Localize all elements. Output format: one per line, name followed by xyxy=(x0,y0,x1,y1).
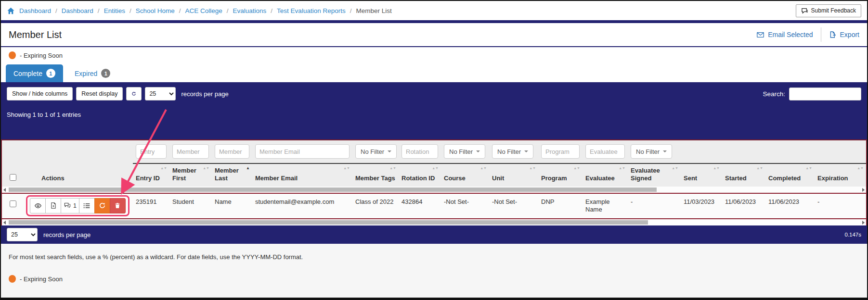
sort-icon[interactable]: ▲▼ xyxy=(480,167,487,170)
entry-id-filter-input[interactable] xyxy=(136,144,167,159)
page-size-select[interactable]: 25 xyxy=(145,87,176,100)
tab-complete-label: Complete xyxy=(13,70,42,77)
cell-member-last: Name xyxy=(212,194,252,219)
sort-icon[interactable]: ▲▼ xyxy=(203,167,209,170)
sort-icon[interactable]: ▲▼ xyxy=(756,167,763,170)
column-header-program[interactable]: Program▲▼ xyxy=(538,163,583,187)
column-header-started[interactable]: Started▲▼ xyxy=(722,163,765,187)
breadcrumb-link-evaluations[interactable]: Evaluations xyxy=(233,7,267,14)
tab-complete[interactable]: Complete 1 xyxy=(6,64,63,82)
breadcrumb-link-school-home[interactable]: School Home xyxy=(136,7,175,14)
view-button[interactable] xyxy=(30,198,46,213)
resend-refresh-button[interactable] xyxy=(94,198,110,213)
sort-icon[interactable]: ▲▼ xyxy=(619,167,625,170)
tabs: Complete 1 Expired 1 xyxy=(1,61,867,82)
row-actions: 1 xyxy=(24,194,133,219)
filter-row: No Filter No Filter No Filter No Filter xyxy=(2,140,866,163)
legend-row: - Expiring Soon xyxy=(1,47,867,61)
sort-icon[interactable]: ▲▼ xyxy=(672,167,678,170)
course-filter-dropdown[interactable]: No Filter xyxy=(444,144,485,159)
export-button[interactable]: Export xyxy=(829,31,859,38)
scroll-right-arrow-icon[interactable] xyxy=(862,221,865,225)
tab-expired-label: Expired xyxy=(75,70,97,77)
refresh-button[interactable] xyxy=(126,87,142,100)
sort-icon[interactable]: ▲▼ xyxy=(529,167,536,170)
horizontal-scrollbar-top[interactable] xyxy=(2,187,866,193)
program-filter-input[interactable] xyxy=(541,144,580,159)
trash-icon xyxy=(114,202,121,209)
sort-icon[interactable]: ▲▼ xyxy=(389,167,396,170)
scroll-right-arrow-icon[interactable] xyxy=(862,188,865,192)
caret-down-icon xyxy=(476,150,480,152)
select-all-checkbox[interactable] xyxy=(10,174,16,181)
breadcrumb-link-ace-college[interactable]: ACE College xyxy=(185,7,222,14)
column-header-completed[interactable]: Completed▲▼ xyxy=(765,163,815,187)
column-header-member-email[interactable]: Member Email▲▼ xyxy=(252,163,352,187)
breadcrumb-separator: / xyxy=(227,7,229,14)
document-export-button[interactable] xyxy=(45,198,61,213)
reset-display-button[interactable]: Reset display xyxy=(76,87,123,100)
row-checkbox[interactable] xyxy=(10,200,16,207)
comments-button[interactable]: 1 xyxy=(61,198,79,213)
column-header-unit[interactable]: Unit▲▼ xyxy=(489,163,538,187)
submit-feedback-label: Submit Feedback xyxy=(811,7,856,14)
column-header-course[interactable]: Course▲▼ xyxy=(441,163,489,187)
column-header-expiration[interactable]: Expiration▲▼ xyxy=(815,163,866,187)
delete-button[interactable] xyxy=(110,198,126,213)
column-header-sent[interactable]: Sent▲▼ xyxy=(681,163,722,187)
scrollbar-thumb[interactable] xyxy=(9,220,648,225)
sort-icon[interactable]: ▲▼ xyxy=(343,167,350,170)
unit-filter-dropdown[interactable]: No Filter xyxy=(492,144,533,159)
cell-rotation-id: 432864 xyxy=(399,194,441,219)
scroll-left-arrow-icon[interactable] xyxy=(3,221,6,225)
column-header-evaluatee-signed[interactable]: Evaluatee Signed▲▼ xyxy=(628,163,681,187)
breadcrumb-link-entities[interactable]: Entities xyxy=(104,7,125,14)
evaluatee-filter-input[interactable] xyxy=(585,144,625,159)
cell-member-email: studentemail@example.com xyxy=(252,194,352,219)
breadcrumb-link-dashboard-2[interactable]: Dashboard xyxy=(62,7,93,14)
tab-expired[interactable]: Expired 1 xyxy=(67,64,118,82)
sort-icon[interactable]: ▲▼ xyxy=(573,167,580,170)
scroll-left-arrow-icon[interactable] xyxy=(3,188,6,192)
bottom-area: For most text search fields, use a % (pe… xyxy=(1,244,867,298)
column-header-evaluatee[interactable]: Evaluatee▲▼ xyxy=(583,163,628,187)
evaluatee-signed-filter-dropdown[interactable]: No Filter xyxy=(631,144,672,159)
sort-icon[interactable]: ▲▼ xyxy=(713,167,720,170)
caret-down-icon xyxy=(388,150,391,152)
sort-icon[interactable]: ▲▼ xyxy=(857,167,864,170)
column-header-entry-id[interactable]: Entry ID▲▼ xyxy=(133,163,169,187)
sort-icon[interactable]: ▲▼ xyxy=(432,167,439,170)
legend-label: - Expiring Soon xyxy=(20,275,63,283)
member-list-page: Dashboard / Dashboard / Entities / Schoo… xyxy=(1,1,867,298)
breadcrumb-link-dashboard[interactable]: Dashboard xyxy=(19,7,51,14)
member-first-filter-input[interactable] xyxy=(172,144,209,159)
column-header-member-last[interactable]: Member Last▲ xyxy=(212,163,252,187)
member-email-filter-input[interactable] xyxy=(255,144,350,159)
horizontal-scrollbar-bottom[interactable] xyxy=(2,219,866,225)
scrollbar-thumb[interactable] xyxy=(9,188,657,192)
member-last-filter-input[interactable] xyxy=(215,144,249,159)
details-list-button[interactable] xyxy=(79,198,95,213)
refresh-icon xyxy=(99,202,106,209)
rotation-id-filter-input[interactable] xyxy=(402,144,438,159)
submit-feedback-button[interactable]: Submit Feedback xyxy=(796,4,861,17)
breadcrumb-link-test-evaluation-reports[interactable]: Test Evaluation Reports xyxy=(277,7,346,14)
member-tags-filter-dropdown[interactable]: No Filter xyxy=(355,144,397,159)
home-icon[interactable] xyxy=(7,7,15,15)
list-icon xyxy=(83,202,91,210)
header-divider xyxy=(821,27,821,42)
cell-program: DNP xyxy=(538,194,583,219)
sort-icon[interactable]: ▲▼ xyxy=(805,167,812,170)
comments-count: 1 xyxy=(73,202,77,209)
column-header-member-first[interactable]: Member First▲▼ xyxy=(169,163,212,187)
show-hide-columns-button[interactable]: Show / hide columns xyxy=(7,87,73,100)
search-input[interactable] xyxy=(789,88,861,100)
breadcrumb-separator: / xyxy=(179,7,181,14)
column-header-member-tags[interactable]: Member Tags▲▼ xyxy=(352,163,399,187)
sort-icon[interactable]: ▲▼ xyxy=(160,167,167,170)
email-selected-button[interactable]: Email Selected xyxy=(756,31,813,39)
sort-ascending-icon[interactable]: ▲ xyxy=(246,167,250,170)
footer-page-size-select[interactable]: 25 xyxy=(7,228,38,241)
expiring-soon-dot-icon xyxy=(9,51,16,59)
column-header-rotation-id[interactable]: Rotation ID▲▼ xyxy=(399,163,441,187)
